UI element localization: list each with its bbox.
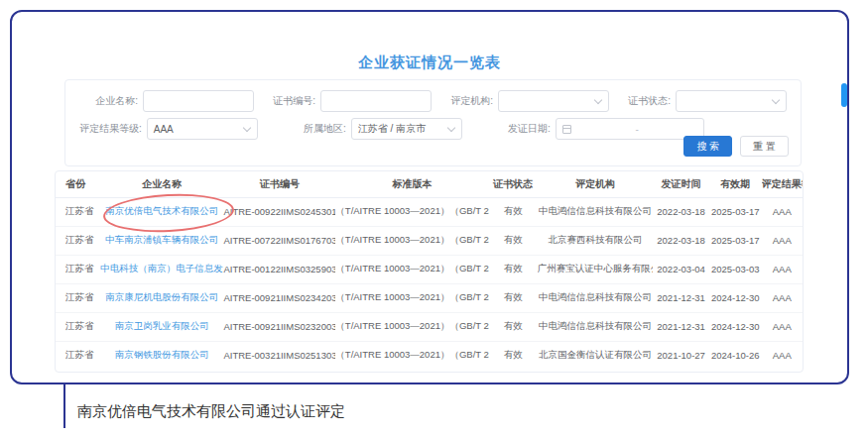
cell-status: 有效 (489, 255, 538, 283)
filter-group-issue-date: 发证日期: - (492, 118, 704, 140)
cell-company: 南京钢铁股份有限公司 (100, 341, 223, 370)
cell-expiry: 2025-03-17 (709, 197, 762, 226)
cell-status: 有效 (489, 226, 538, 255)
cell-grade: AAA (762, 283, 803, 312)
filter-group-cert-status: 证书状态: (612, 90, 787, 112)
cell-issue-date: 2022-03-18 (653, 197, 708, 226)
cell-expiry: 2025-03-17 (709, 226, 762, 255)
cell-expiry: 2024-12-30 (709, 312, 762, 341)
cell-expiry: 2024-10-26 (709, 341, 762, 370)
table-row: 江苏省 中车南京浦镇车辆有限公司 AITRE-00722IIMS0176703 … (56, 226, 803, 255)
cell-standard: （T/AITRE 10003—2021）（GB/T 23001-2017） (335, 255, 488, 283)
header-grade: 评定结果等级 (762, 171, 803, 197)
cell-standard: （T/AITRE 10003—2021）（GB/T 23001-2017） (335, 312, 488, 341)
cell-grade: AAA (762, 312, 803, 341)
filter-row-1: 企业名称: 证书编号: 评定机构: 证书状态: (79, 90, 787, 112)
cell-province: 江苏省 (56, 341, 100, 370)
result-grade-select-value: AAA (154, 124, 174, 135)
table-row: 江苏省 中电科技（南京）电子信息发展有限公司 AITRE-00122IIMS03… (56, 255, 803, 283)
cell-province: 江苏省 (56, 197, 100, 226)
header-cert-no: 证书编号 (223, 171, 335, 197)
cell-agency: 广州赛宝认证中心服务有限公司 (538, 255, 654, 283)
issue-date-range-picker[interactable]: - (556, 118, 704, 140)
cell-standard: （T/AITRE 10003—2021）（GB/T 23001-2017） (335, 197, 488, 226)
scrollbar-thumb[interactable] (841, 83, 847, 107)
region-select-value: 江苏省 / 南京市 (358, 122, 426, 136)
cell-province: 江苏省 (56, 312, 100, 341)
table-row: 江苏省 南京康尼机电股份有限公司 AITRE-00921IIMS0234203 … (56, 283, 803, 312)
company-name-input[interactable] (143, 90, 254, 112)
issue-date-label: 发证日期: (492, 122, 556, 136)
header-expiry: 有效期 (709, 171, 762, 197)
filter-buttons: 搜 索 重 置 (683, 136, 789, 157)
chevron-down-icon (772, 97, 780, 105)
cert-no-input[interactable] (320, 90, 432, 112)
header-issue-date: 发证时间 (653, 171, 708, 197)
result-grade-select[interactable]: AAA (147, 118, 258, 140)
cell-company: 南京优倍电气技术有限公司 (100, 197, 223, 226)
company-name-label: 企业名称: (79, 94, 143, 108)
table-row: 江苏省 南京优倍电气技术有限公司 AITRE-00922IIMS0245301 … (56, 197, 803, 226)
cell-cert-no: AITRE-00921IIMS0232003 (223, 312, 335, 341)
results-table: 省份 企业名称 证书编号 标准版本 证书状态 评定机构 发证时间 有效期 评定结… (56, 171, 803, 370)
cell-status: 有效 (489, 312, 538, 341)
cell-company: 中电科技（南京）电子信息发展有限公司 (100, 255, 223, 283)
region-label: 所属地区: (288, 122, 351, 136)
filter-group-cert-no: 证书编号: (257, 90, 432, 112)
cell-status: 有效 (489, 197, 538, 226)
cell-grade: AAA (762, 226, 803, 255)
cell-status: 有效 (489, 341, 538, 370)
cell-agency: 中电鸿信信息科技有限公司 (538, 283, 654, 312)
cell-standard: （T/AITRE 10003—2021）（GB/T 23001-2017） (335, 226, 488, 255)
cell-issue-date: 2022-03-18 (653, 226, 708, 255)
company-link[interactable]: 中电科技（南京）电子信息发展有限公司 (100, 263, 223, 273)
cell-expiry: 2024-12-30 (709, 283, 762, 312)
filter-group-agency: 评定机构: (434, 90, 609, 112)
cell-issue-date: 2021-12-31 (653, 312, 708, 341)
header-agency: 评定机构 (538, 171, 654, 197)
cell-status: 有效 (489, 283, 538, 312)
cert-status-select[interactable] (676, 90, 787, 112)
page-title: 企业获证情况一览表 (12, 54, 847, 72)
cell-province: 江苏省 (56, 226, 100, 255)
cell-issue-date: 2021-10-27 (653, 341, 708, 370)
cell-cert-no: AITRE-00321IIMS0251303 (223, 341, 335, 370)
results-table-panel: 省份 企业名称 证书编号 标准版本 证书状态 评定机构 发证时间 有效期 评定结… (55, 170, 804, 373)
cell-agency: 北京国金衡信认证有限公司 (538, 341, 654, 370)
cell-cert-no: AITRE-00922IIMS0245301 (223, 197, 335, 226)
chevron-down-icon (594, 97, 602, 105)
agency-select[interactable] (498, 90, 609, 112)
search-button[interactable]: 搜 索 (683, 136, 732, 157)
date-range-separator: - (577, 124, 697, 135)
screenshot-frame: 企业获证情况一览表 企业名称: 证书编号: 评定机构: 证书状态: (10, 10, 849, 384)
cell-company: 南京卫岗乳业有限公司 (100, 312, 223, 341)
company-link[interactable]: 南京卫岗乳业有限公司 (115, 320, 209, 331)
company-link[interactable]: 南京钢铁股份有限公司 (115, 349, 209, 360)
filter-group-result-grade: 评定结果等级: AAA (79, 118, 258, 140)
cell-province: 江苏省 (56, 255, 100, 283)
header-province: 省份 (56, 171, 100, 197)
cell-cert-no: AITRE-00122IIMS0325903 (223, 255, 335, 283)
table-header-row: 省份 企业名称 证书编号 标准版本 证书状态 评定机构 发证时间 有效期 评定结… (56, 171, 803, 197)
cell-grade: AAA (762, 341, 803, 370)
cert-no-label: 证书编号: (257, 94, 320, 108)
result-grade-label: 评定结果等级: (79, 122, 147, 136)
cell-standard: （T/AITRE 10003—2021）（GB/T 23001-2017） (335, 341, 488, 370)
cell-agency: 中电鸿信信息科技有限公司 (538, 312, 654, 341)
cell-company: 南京康尼机电股份有限公司 (100, 283, 223, 312)
filter-row-2: 评定结果等级: AAA 所属地区: 江苏省 / 南京市 发证日期: - (79, 118, 787, 140)
cell-province: 江苏省 (56, 283, 100, 312)
region-select[interactable]: 江苏省 / 南京市 (351, 118, 462, 140)
company-link[interactable]: 中车南京浦镇车辆有限公司 (105, 234, 218, 245)
cell-company: 中车南京浦镇车辆有限公司 (100, 226, 223, 255)
cell-issue-date: 2021-12-31 (653, 283, 708, 312)
cell-expiry: 2025-03-03 (709, 255, 762, 283)
chevron-down-icon (447, 125, 455, 133)
company-link[interactable]: 南京优倍电气技术有限公司 (105, 205, 218, 216)
cell-agency: 北京赛西科技有限公司 (538, 226, 654, 255)
reset-button[interactable]: 重 置 (740, 136, 789, 157)
company-link[interactable]: 南京康尼机电股份有限公司 (105, 291, 218, 302)
cell-standard: （T/AITRE 10003—2021）（GB/T 23001-2017） (335, 283, 488, 312)
cell-issue-date: 2022-03-04 (653, 255, 708, 283)
cell-grade: AAA (762, 255, 803, 283)
